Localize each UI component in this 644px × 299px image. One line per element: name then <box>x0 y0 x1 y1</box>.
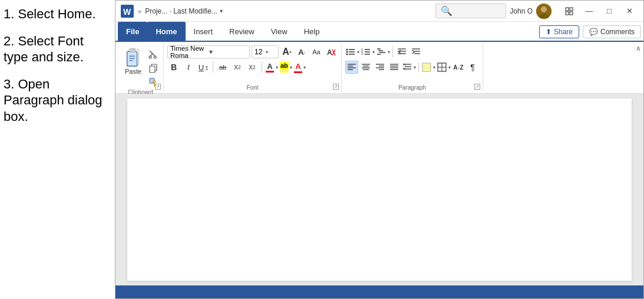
svg-rect-7 <box>566 12 569 15</box>
bullets-button[interactable]: ▾ <box>345 47 359 57</box>
sort-button[interactable]: A↓Z <box>452 61 465 74</box>
close-button[interactable]: ✕ <box>620 4 639 19</box>
collapse-ribbon-button[interactable]: ∧ <box>636 44 641 52</box>
clipboard-group: Paste <box>118 43 164 92</box>
avatar <box>536 4 551 19</box>
decrease-indent-button[interactable] <box>395 45 408 58</box>
svg-text:3.: 3. <box>361 52 364 55</box>
borders-button[interactable]: ▾ <box>437 62 451 73</box>
minimize-button[interactable]: — <box>580 4 599 19</box>
svg-rect-10 <box>127 52 137 67</box>
tab-file[interactable]: File <box>118 22 147 41</box>
comments-button[interactable]: 💬 Comments <box>583 25 641 38</box>
title-bar: W » Proje... · Last Modifie... ▾ 🔍 John … <box>115 1 643 22</box>
underline-button[interactable]: U ▾ <box>197 61 210 74</box>
font-expand-icon[interactable]: ↗ <box>333 84 339 90</box>
paste-icon <box>124 47 143 68</box>
multilevel-list-button[interactable]: ▾ <box>376 47 390 57</box>
justify-button[interactable] <box>388 61 401 74</box>
user-info: John O <box>510 4 551 19</box>
quick-access-expand[interactable]: » <box>138 8 141 15</box>
font-size-selector[interactable]: 12 ▾ <box>252 45 279 58</box>
clipboard-content: Paste <box>121 43 160 89</box>
numbering-button[interactable]: 1. 2. 3. ▾ <box>361 47 375 57</box>
grow-font-button[interactable]: A+ <box>280 45 293 58</box>
font-label: Font ↗ <box>167 84 338 92</box>
svg-point-29 <box>346 51 348 53</box>
step-3: 3. Open Paragraph dialog box. <box>4 76 109 125</box>
align-left-button[interactable] <box>345 61 358 74</box>
tab-insert[interactable]: Insert <box>186 22 222 41</box>
paragraph-group: ▾ 1. 2. 3. ▾ <box>342 43 483 92</box>
document-area <box>115 94 643 285</box>
clipboard-expand-icon[interactable]: ↗ <box>155 84 161 90</box>
increase-indent-button[interactable] <box>409 45 422 58</box>
word-icon: W <box>120 4 134 18</box>
font-color-button[interactable]: A ▾ <box>265 62 278 73</box>
search-icon: 🔍 <box>441 5 453 17</box>
font-size-dropdown-icon: ▾ <box>266 50 276 55</box>
instructions-panel: 1. Select Home. 2. Select Font type and … <box>0 0 115 299</box>
tab-view[interactable]: View <box>263 22 296 41</box>
line-spacing-button[interactable]: ▾ <box>402 62 416 73</box>
para-row-1: ▾ 1. 2. 3. ▾ <box>345 45 479 58</box>
status-bar <box>115 285 643 298</box>
svg-rect-22 <box>153 81 156 83</box>
paragraph-label: Paragraph ↗ <box>345 84 479 92</box>
superscript-button[interactable]: X2 <box>246 61 259 74</box>
svg-rect-5 <box>566 8 569 11</box>
tab-home[interactable]: Home <box>147 22 185 41</box>
highlight-color-button[interactable]: ab ▾ <box>280 62 292 72</box>
step-2: 2. Select Font type and size. <box>4 33 109 65</box>
font-name-selector[interactable]: Times New Roma ▾ <box>167 45 250 58</box>
step-1: 1. Select Home. <box>4 6 109 22</box>
paste-label: Paste <box>125 68 141 75</box>
svg-rect-20 <box>150 66 155 73</box>
tab-help[interactable]: Help <box>296 22 328 41</box>
ribbon-tabs: File Home Insert Review View Help ⬆ Shar… <box>115 22 643 42</box>
font-group: Times New Roma ▾ 12 ▾ A+ A- Aa A <box>164 43 342 92</box>
para-row-2: ▾ ▾ <box>345 61 479 74</box>
font-name-dropdown-icon: ▾ <box>209 48 247 56</box>
svg-rect-68 <box>422 63 431 71</box>
search-box[interactable]: 🔍 <box>435 4 506 18</box>
shading-button[interactable]: ▾ <box>421 62 435 73</box>
svg-text:A: A <box>327 48 332 57</box>
svg-text:W: W <box>123 7 131 17</box>
svg-point-18 <box>154 56 156 58</box>
maximize-button[interactable]: □ <box>600 4 619 19</box>
svg-point-27 <box>346 49 348 51</box>
ribbon-toolbar: Paste <box>115 42 643 94</box>
document-page[interactable] <box>127 98 632 281</box>
paragraph-expand-icon[interactable]: ↗ <box>474 84 480 90</box>
clear-formatting-button[interactable]: A <box>325 45 338 58</box>
paste-button[interactable]: Paste <box>121 45 145 76</box>
window-controls: — □ ✕ <box>560 4 639 19</box>
font-row-1: Times New Roma ▾ 12 ▾ A+ A- Aa A <box>167 45 338 58</box>
window-title: Proje... · Last Modifie... ▾ <box>145 7 432 15</box>
comments-icon: 💬 <box>589 28 598 36</box>
copy-button[interactable] <box>147 62 160 75</box>
bold-button[interactable]: B <box>167 61 180 74</box>
change-case-button[interactable]: Aa <box>310 45 323 58</box>
share-icon: ⬆ <box>546 28 551 36</box>
font-row-2: B I U ▾ ab X2 X2 A <box>167 61 338 74</box>
clipboard-sub-buttons <box>147 45 160 89</box>
svg-rect-8 <box>570 12 573 15</box>
svg-point-3 <box>541 6 547 12</box>
align-right-button[interactable] <box>374 61 387 74</box>
font-color-red-button[interactable]: A ▾ <box>294 62 306 73</box>
italic-button[interactable]: I <box>182 61 195 74</box>
word-window: W » Proje... · Last Modifie... ▾ 🔍 John … <box>115 0 644 299</box>
svg-rect-11 <box>130 48 135 52</box>
layout-icon[interactable] <box>560 4 579 19</box>
svg-rect-6 <box>570 8 573 11</box>
strikethrough-button[interactable]: ab <box>216 61 229 74</box>
align-center-button[interactable] <box>359 61 372 74</box>
cut-button[interactable] <box>147 48 160 61</box>
shrink-font-button[interactable]: A- <box>295 45 308 58</box>
share-button[interactable]: ⬆ Share <box>539 25 579 38</box>
subscript-button[interactable]: X2 <box>231 61 244 74</box>
tab-review[interactable]: Review <box>221 22 263 41</box>
show-formatting-button[interactable]: ¶ <box>466 61 479 74</box>
